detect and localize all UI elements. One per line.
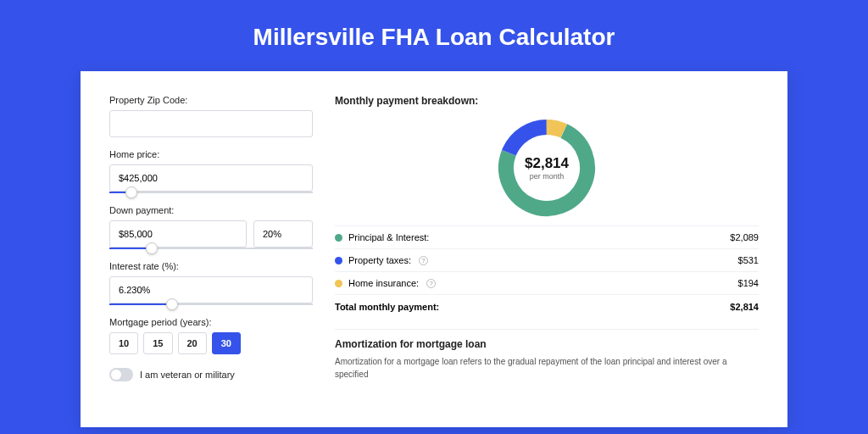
calculator-card: Property Zip Code: Home price: Down paym…: [81, 71, 787, 427]
total-row: Total monthly payment: $2,814: [335, 294, 759, 319]
info-icon[interactable]: ?: [426, 279, 436, 288]
down-payment-label: Down payment:: [109, 205, 313, 215]
amort-title: Amortization for mortgage loan: [335, 338, 759, 350]
legend-label: Home insurance:: [348, 278, 419, 288]
legend-taxes: Property taxes: ? $531: [335, 248, 759, 271]
down-payment-input[interactable]: [109, 220, 247, 248]
dot-icon: [335, 280, 342, 287]
breakdown-title: Monthly payment breakdown:: [335, 95, 759, 107]
payment-donut-chart: $2,814 per month: [496, 117, 598, 219]
home-price-input[interactable]: [109, 164, 313, 192]
info-icon[interactable]: ?: [419, 256, 428, 265]
legend-value: $2,089: [730, 232, 759, 242]
interest-slider[interactable]: [109, 303, 313, 305]
slider-thumb[interactable]: [166, 298, 178, 310]
veteran-toggle[interactable]: [109, 368, 133, 381]
legend-insurance: Home insurance: ? $194: [335, 271, 759, 294]
dot-icon: [335, 234, 342, 242]
slider-thumb[interactable]: [146, 242, 158, 254]
legend-value: $531: [738, 255, 759, 265]
legend-principal: Principal & Interest: $2,089: [335, 225, 759, 248]
period-btn-30[interactable]: 30: [212, 332, 241, 354]
veteran-label: I am veteran or military: [140, 370, 235, 380]
donut-sub: per month: [525, 172, 569, 181]
zip-label: Property Zip Code:: [109, 95, 313, 105]
legend-label: Principal & Interest:: [348, 232, 429, 242]
home-price-label: Home price:: [109, 149, 313, 159]
interest-input[interactable]: [109, 276, 313, 303]
total-value: $2,814: [730, 302, 759, 312]
legend-value: $194: [738, 278, 759, 288]
period-btn-15[interactable]: 15: [143, 332, 172, 354]
dot-icon: [335, 257, 342, 264]
period-label: Mortgage period (years):: [109, 317, 313, 327]
legend-label: Property taxes:: [348, 255, 411, 265]
breakdown-panel: Monthly payment breakdown: $2,814 per mo…: [335, 95, 759, 403]
period-btn-10[interactable]: 10: [109, 332, 138, 354]
total-label: Total monthly payment:: [335, 302, 439, 312]
page-title: Millersville FHA Loan Calculator: [0, 0, 868, 71]
amort-text: Amortization for a mortgage loan refers …: [335, 355, 759, 381]
slider-thumb[interactable]: [125, 186, 137, 198]
period-buttons: 10 15 20 30: [109, 332, 313, 354]
interest-label: Interest rate (%):: [109, 261, 313, 271]
down-payment-pct-input[interactable]: [253, 220, 313, 248]
home-price-slider[interactable]: [109, 192, 313, 193]
form-panel: Property Zip Code: Home price: Down paym…: [109, 95, 313, 403]
zip-input[interactable]: [109, 110, 313, 137]
donut-value: $2,814: [525, 155, 569, 172]
period-btn-20[interactable]: 20: [178, 332, 207, 354]
down-payment-slider[interactable]: [109, 248, 313, 249]
